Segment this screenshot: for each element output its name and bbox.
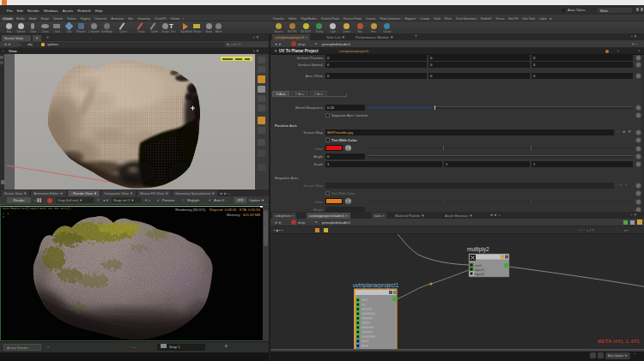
svg-text:input2: input2 — [475, 272, 485, 276]
svg-text:uvtriplanarproject1: uvtriplanarproject1 — [353, 282, 399, 289]
svg-text:multiply2: multiply2 — [467, 246, 489, 253]
